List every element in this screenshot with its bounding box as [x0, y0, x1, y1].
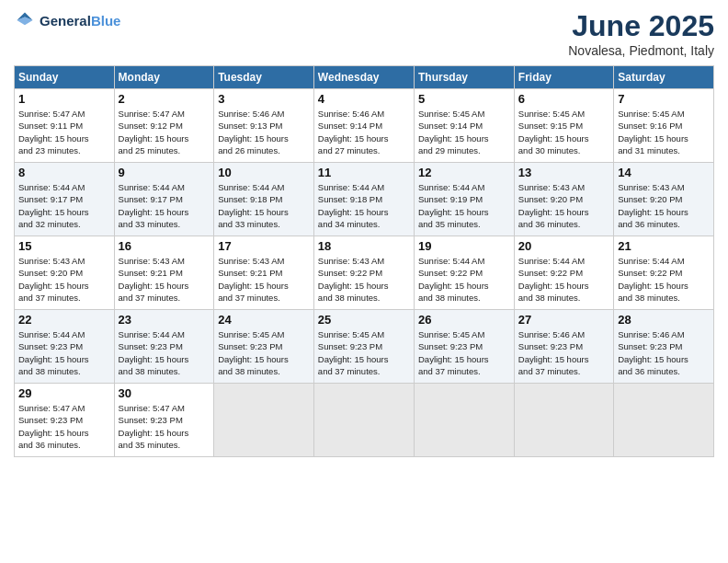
day-number: 10	[218, 166, 310, 179]
calendar-table: Sunday Monday Tuesday Wednesday Thursday…	[14, 65, 714, 457]
day-number: 4	[318, 92, 410, 106]
day-number: 8	[18, 166, 110, 179]
calendar-week-3: 15 Sunrise: 5:43 AMSunset: 9:20 PMDaylig…	[15, 236, 714, 310]
calendar-cell: 25 Sunrise: 5:45 AMSunset: 9:23 PMDaylig…	[313, 310, 414, 384]
day-info: Sunrise: 5:43 AMSunset: 9:22 PMDaylight:…	[318, 255, 410, 304]
day-info: Sunrise: 5:46 AMSunset: 9:23 PMDaylight:…	[518, 328, 609, 377]
day-number: 29	[18, 386, 110, 400]
calendar-cell: 21 Sunrise: 5:44 AMSunset: 9:22 PMDaylig…	[614, 236, 714, 310]
calendar-cell	[614, 384, 714, 457]
logo: GeneralBlue	[14, 9, 120, 31]
day-info: Sunrise: 5:43 AMSunset: 9:21 PMDaylight:…	[119, 255, 210, 304]
day-number: 24	[218, 313, 310, 327]
day-number: 15	[18, 239, 110, 253]
day-number: 5	[418, 92, 510, 106]
col-saturday: Saturday	[614, 66, 714, 89]
day-number: 11	[318, 166, 410, 179]
day-number: 1	[18, 92, 110, 106]
day-info: Sunrise: 5:47 AMSunset: 9:23 PMDaylight:…	[119, 402, 210, 451]
day-number: 12	[418, 166, 510, 179]
day-info: Sunrise: 5:44 AMSunset: 9:17 PMDaylight:…	[18, 181, 110, 230]
calendar-cell: 26 Sunrise: 5:45 AMSunset: 9:23 PMDaylig…	[414, 310, 514, 384]
calendar-cell: 5 Sunrise: 5:45 AMSunset: 9:14 PMDayligh…	[414, 89, 514, 163]
calendar-cell: 14 Sunrise: 5:43 AMSunset: 9:20 PMDaylig…	[614, 163, 714, 236]
day-info: Sunrise: 5:43 AMSunset: 9:20 PMDaylight:…	[18, 255, 110, 304]
day-number: 18	[318, 239, 410, 253]
calendar-header-row: Sunday Monday Tuesday Wednesday Thursday…	[15, 66, 714, 89]
calendar-cell: 27 Sunrise: 5:46 AMSunset: 9:23 PMDaylig…	[514, 310, 613, 384]
page: GeneralBlue June 2025 Novalesa, Piedmont…	[0, 0, 728, 563]
day-info: Sunrise: 5:46 AMSunset: 9:23 PMDaylight:…	[618, 328, 710, 377]
calendar-cell: 11 Sunrise: 5:44 AMSunset: 9:18 PMDaylig…	[313, 163, 414, 236]
calendar-cell: 16 Sunrise: 5:43 AMSunset: 9:21 PMDaylig…	[114, 236, 214, 310]
day-number: 23	[119, 313, 210, 327]
calendar-cell: 17 Sunrise: 5:43 AMSunset: 9:21 PMDaylig…	[214, 236, 314, 310]
day-info: Sunrise: 5:44 AMSunset: 9:18 PMDaylight:…	[218, 181, 310, 230]
calendar-cell: 19 Sunrise: 5:44 AMSunset: 9:22 PMDaylig…	[414, 236, 514, 310]
day-number: 13	[518, 166, 609, 179]
day-number: 20	[518, 239, 609, 253]
day-info: Sunrise: 5:45 AMSunset: 9:14 PMDaylight:…	[418, 108, 510, 156]
col-wednesday: Wednesday	[313, 66, 414, 89]
day-info: Sunrise: 5:45 AMSunset: 9:23 PMDaylight:…	[318, 328, 410, 377]
calendar-cell: 10 Sunrise: 5:44 AMSunset: 9:18 PMDaylig…	[214, 163, 314, 236]
calendar-week-2: 8 Sunrise: 5:44 AMSunset: 9:17 PMDayligh…	[15, 163, 714, 236]
day-number: 25	[318, 313, 410, 327]
col-sunday: Sunday	[15, 66, 115, 89]
day-info: Sunrise: 5:44 AMSunset: 9:23 PMDaylight:…	[18, 328, 110, 377]
col-thursday: Thursday	[414, 66, 514, 89]
day-number: 22	[18, 313, 110, 327]
calendar-cell: 4 Sunrise: 5:46 AMSunset: 9:14 PMDayligh…	[313, 89, 414, 163]
day-info: Sunrise: 5:47 AMSunset: 9:11 PMDaylight:…	[18, 108, 110, 156]
day-info: Sunrise: 5:45 AMSunset: 9:23 PMDaylight:…	[218, 328, 310, 377]
day-number: 28	[618, 313, 710, 327]
day-info: Sunrise: 5:45 AMSunset: 9:15 PMDaylight:…	[518, 108, 609, 156]
day-info: Sunrise: 5:46 AMSunset: 9:14 PMDaylight:…	[318, 108, 410, 156]
day-number: 16	[119, 239, 210, 253]
day-info: Sunrise: 5:45 AMSunset: 9:23 PMDaylight:…	[418, 328, 510, 377]
day-info: Sunrise: 5:44 AMSunset: 9:22 PMDaylight:…	[618, 255, 710, 304]
calendar-cell: 1 Sunrise: 5:47 AMSunset: 9:11 PMDayligh…	[15, 89, 115, 163]
logo-icon	[14, 9, 36, 31]
calendar-cell: 7 Sunrise: 5:45 AMSunset: 9:16 PMDayligh…	[614, 89, 714, 163]
header: GeneralBlue June 2025 Novalesa, Piedmont…	[14, 9, 714, 58]
day-number: 26	[418, 313, 510, 327]
day-number: 17	[218, 239, 310, 253]
logo-text: GeneralBlue	[40, 13, 120, 29]
calendar-cell: 8 Sunrise: 5:44 AMSunset: 9:17 PMDayligh…	[15, 163, 115, 236]
calendar-cell: 24 Sunrise: 5:45 AMSunset: 9:23 PMDaylig…	[214, 310, 314, 384]
day-number: 6	[518, 92, 609, 106]
month-title: June 2025	[568, 9, 714, 43]
calendar-cell: 29 Sunrise: 5:47 AMSunset: 9:23 PMDaylig…	[15, 384, 115, 457]
col-tuesday: Tuesday	[214, 66, 314, 89]
calendar-cell	[414, 384, 514, 457]
calendar-cell: 20 Sunrise: 5:44 AMSunset: 9:22 PMDaylig…	[514, 236, 613, 310]
day-info: Sunrise: 5:46 AMSunset: 9:13 PMDaylight:…	[218, 108, 310, 156]
day-info: Sunrise: 5:44 AMSunset: 9:22 PMDaylight:…	[518, 255, 609, 304]
calendar-cell: 30 Sunrise: 5:47 AMSunset: 9:23 PMDaylig…	[114, 384, 214, 457]
calendar-cell: 3 Sunrise: 5:46 AMSunset: 9:13 PMDayligh…	[214, 89, 314, 163]
day-number: 19	[418, 239, 510, 253]
day-number: 14	[618, 166, 710, 179]
day-info: Sunrise: 5:44 AMSunset: 9:18 PMDaylight:…	[318, 181, 410, 230]
day-info: Sunrise: 5:43 AMSunset: 9:20 PMDaylight:…	[518, 181, 609, 230]
calendar-cell	[514, 384, 613, 457]
day-number: 27	[518, 313, 609, 327]
day-info: Sunrise: 5:43 AMSunset: 9:20 PMDaylight:…	[618, 181, 710, 230]
calendar-cell: 13 Sunrise: 5:43 AMSunset: 9:20 PMDaylig…	[514, 163, 613, 236]
calendar-cell	[313, 384, 414, 457]
calendar-cell: 2 Sunrise: 5:47 AMSunset: 9:12 PMDayligh…	[114, 89, 214, 163]
calendar-week-5: 29 Sunrise: 5:47 AMSunset: 9:23 PMDaylig…	[15, 384, 714, 457]
calendar-cell: 6 Sunrise: 5:45 AMSunset: 9:15 PMDayligh…	[514, 89, 613, 163]
calendar-cell: 22 Sunrise: 5:44 AMSunset: 9:23 PMDaylig…	[15, 310, 115, 384]
calendar-week-4: 22 Sunrise: 5:44 AMSunset: 9:23 PMDaylig…	[15, 310, 714, 384]
title-block: June 2025 Novalesa, Piedmont, Italy	[568, 9, 714, 58]
day-info: Sunrise: 5:45 AMSunset: 9:16 PMDaylight:…	[618, 108, 710, 156]
calendar-cell: 23 Sunrise: 5:44 AMSunset: 9:23 PMDaylig…	[114, 310, 214, 384]
day-number: 3	[218, 92, 310, 106]
calendar-cell: 28 Sunrise: 5:46 AMSunset: 9:23 PMDaylig…	[614, 310, 714, 384]
day-number: 9	[119, 166, 210, 179]
calendar-cell	[214, 384, 314, 457]
calendar-cell: 12 Sunrise: 5:44 AMSunset: 9:19 PMDaylig…	[414, 163, 514, 236]
day-info: Sunrise: 5:44 AMSunset: 9:19 PMDaylight:…	[418, 181, 510, 230]
